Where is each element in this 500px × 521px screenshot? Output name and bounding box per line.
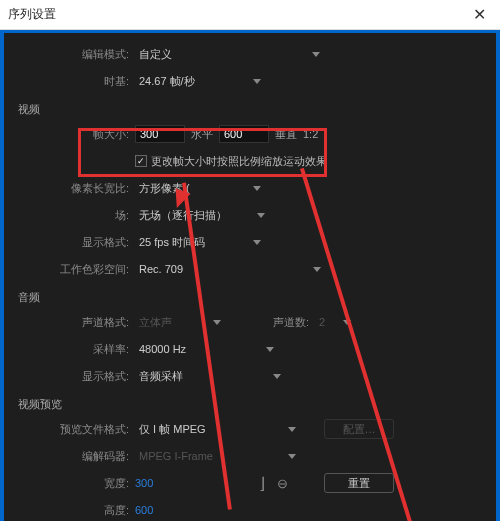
chevron-down-icon bbox=[288, 427, 296, 432]
ch-fmt-label: 声道格式: bbox=[0, 315, 135, 330]
preview-file-fmt-label: 预览文件格式: bbox=[0, 422, 135, 437]
display-fmt-select[interactable]: 25 fps 时间码 bbox=[135, 233, 265, 252]
chevron-down-icon bbox=[253, 240, 261, 245]
audio-display-fmt-label: 显示格式: bbox=[0, 369, 135, 384]
chevron-down-icon bbox=[312, 52, 320, 57]
codec-label: 编解码器: bbox=[0, 449, 135, 464]
preview-height-label: 高度: bbox=[0, 503, 135, 518]
fields-select[interactable]: 无场（逐行扫描） bbox=[135, 206, 269, 225]
chevron-down-icon bbox=[253, 186, 261, 191]
reset-button[interactable]: 重置 bbox=[324, 473, 394, 493]
preview-height-value[interactable]: 600 bbox=[135, 504, 153, 516]
section-audio: 音频 bbox=[0, 288, 500, 307]
titlebar: 序列设置 ✕ bbox=[0, 0, 500, 30]
chevron-down-icon bbox=[288, 454, 296, 459]
frame-size-label: 帧大小: bbox=[0, 127, 135, 142]
checkbox-icon bbox=[135, 155, 147, 167]
chevron-down-icon bbox=[253, 79, 261, 84]
chevron-down-icon bbox=[257, 213, 265, 218]
chevron-down-icon bbox=[266, 347, 274, 352]
aspect-ratio: 1:2 bbox=[303, 128, 318, 140]
scale-motion-checkbox[interactable]: 更改帧大小时按照比例缩放运动效果 bbox=[135, 154, 327, 169]
ch-fmt-select: 立体声 bbox=[135, 313, 225, 332]
ch-count-label: 声道数: bbox=[225, 315, 315, 330]
frame-width-input[interactable] bbox=[135, 125, 185, 143]
timebase-label: 时基: bbox=[0, 74, 135, 89]
horiz-label: 水平 bbox=[191, 127, 213, 142]
left-accent bbox=[0, 33, 4, 521]
dialog-title: 序列设置 bbox=[8, 6, 56, 23]
chevron-down-icon bbox=[213, 320, 221, 325]
chevron-down-icon bbox=[313, 267, 321, 272]
edit-mode-select[interactable]: 自定义 bbox=[135, 45, 324, 64]
timebase-select[interactable]: 24.67 帧/秒 bbox=[135, 72, 265, 91]
close-icon[interactable]: ✕ bbox=[467, 3, 492, 26]
preview-width-label: 宽度: bbox=[0, 476, 135, 491]
link-icon[interactable]: ⌋ bbox=[259, 474, 265, 493]
edit-mode-label: 编辑模式: bbox=[0, 47, 135, 62]
link-chain-icon[interactable]: ⊖ bbox=[277, 476, 288, 491]
vert-label: 垂直 bbox=[275, 127, 297, 142]
display-fmt-label: 显示格式: bbox=[0, 235, 135, 250]
chevron-down-icon bbox=[273, 374, 281, 379]
codec-select: MPEG I-Frame bbox=[135, 448, 300, 464]
dialog-body: 编辑模式: 自定义 时基: 24.67 帧/秒 视频 帧大小: 水平 垂直 1:… bbox=[0, 30, 500, 521]
section-video: 视频 bbox=[0, 100, 500, 119]
frame-height-input[interactable] bbox=[219, 125, 269, 143]
par-select[interactable]: 方形像素 ( bbox=[135, 179, 265, 198]
sample-rate-label: 采样率: bbox=[0, 342, 135, 357]
fields-label: 场: bbox=[0, 208, 135, 223]
color-space-label: 工作色彩空间: bbox=[0, 262, 135, 277]
section-preview: 视频预览 bbox=[0, 395, 500, 414]
preview-width-value[interactable]: 300 bbox=[135, 477, 153, 489]
color-space-select[interactable]: Rec. 709 bbox=[135, 261, 325, 277]
right-accent bbox=[496, 33, 500, 521]
par-label: 像素长宽比: bbox=[0, 181, 135, 196]
